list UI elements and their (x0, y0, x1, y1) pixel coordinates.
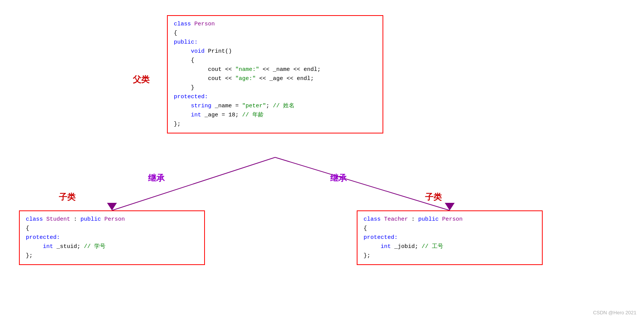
student-line-5: }; (26, 251, 198, 260)
parent-line-5: { (174, 56, 376, 65)
parent-line-11: int _age = 18; // 年龄 (174, 111, 376, 120)
student-line-2: { (26, 224, 198, 233)
teacher-code-box: class Teacher : public Person { protecte… (357, 210, 543, 265)
parent-line-4: void Print() (174, 47, 376, 56)
svg-line-2 (275, 157, 450, 210)
teacher-line-3: protected: (364, 233, 536, 242)
student-line-1: class Student : public Person (26, 215, 198, 224)
diagram-container: 父类 继承 继承 子类 子类 class Person { public: vo… (0, 0, 644, 320)
teacher-class-label: 子类 (425, 191, 442, 203)
inherit-label-left: 继承 (148, 173, 165, 184)
parent-line-10: string _name = "peter"; // 姓名 (174, 102, 376, 111)
teacher-line-4: int _jobid; // 工号 (364, 242, 536, 251)
teacher-line-2: { (364, 224, 536, 233)
parent-line-12: }; (174, 120, 376, 129)
student-line-3: protected: (26, 233, 198, 242)
student-line-4: int _stuid; // 学号 (26, 242, 198, 251)
inherit-label-right: 继承 (330, 173, 347, 184)
parent-line-9: protected: (174, 93, 376, 102)
student-code-box: class Student : public Person { protecte… (19, 210, 205, 265)
teacher-line-1: class Teacher : public Person (364, 215, 536, 224)
parent-class-label: 父类 (133, 74, 150, 85)
parent-line-3: public: (174, 38, 376, 47)
svg-line-0 (112, 157, 275, 210)
student-class-label: 子类 (59, 191, 76, 203)
parent-line-2: { (174, 29, 376, 38)
parent-line-7: cout << "age:" << _age << endl; (174, 74, 376, 83)
svg-marker-3 (445, 203, 455, 210)
parent-line-1: class Person (174, 20, 376, 29)
teacher-line-5: }; (364, 251, 536, 260)
watermark: CSDN @Hero 2021 (593, 310, 636, 315)
parent-line-8: } (174, 83, 376, 93)
svg-marker-1 (107, 203, 117, 210)
parent-line-6: cout << "name:" << _name << endl; (174, 65, 376, 74)
parent-code-box: class Person { public: void Print() { co… (167, 15, 383, 133)
